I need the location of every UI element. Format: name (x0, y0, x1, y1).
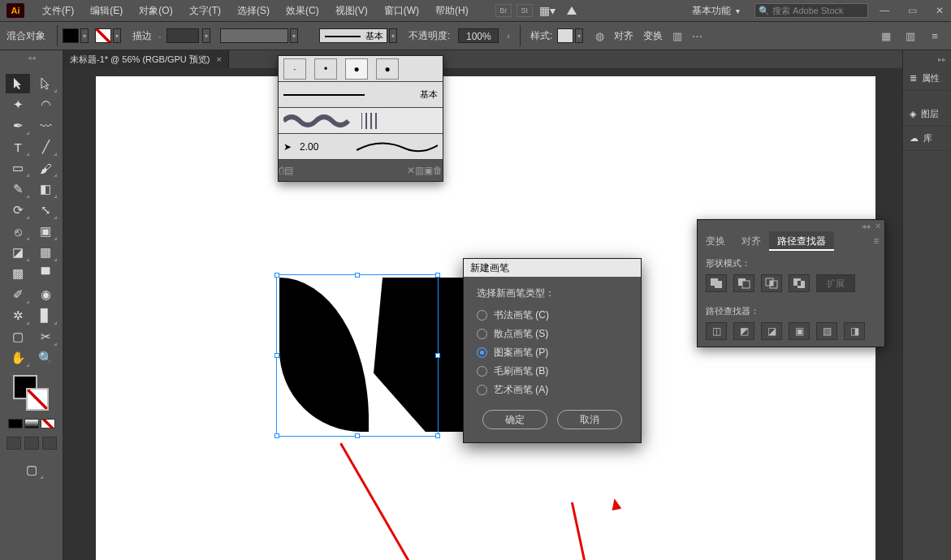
tab-align[interactable]: 对齐 (733, 231, 769, 251)
brush-thumb[interactable]: ● (345, 58, 368, 80)
paintbrush-tool[interactable]: 🖌 (33, 158, 58, 178)
artboard-tool[interactable]: ▢ (6, 327, 30, 347)
pf-minus-back-icon[interactable]: ◨ (844, 322, 865, 340)
eraser-tool[interactable]: ◧ (33, 179, 58, 199)
drawing-mode-behind[interactable] (24, 437, 39, 450)
brush-dropdown[interactable]: ▾ (389, 28, 397, 43)
panel-close-icon[interactable]: ✕ (875, 222, 881, 230)
pf-exclude-icon[interactable] (789, 274, 810, 292)
stroke-options-icon[interactable]: ▥ (415, 165, 424, 176)
close-tab-icon[interactable]: × (217, 54, 222, 64)
brush-definition[interactable]: 基本 (319, 28, 387, 43)
eyedropper-tool[interactable]: ✐ (6, 285, 30, 304)
graphic-style-dropdown[interactable]: ▾ (575, 28, 583, 43)
recolor-artwork-icon[interactable]: ◍ (592, 28, 607, 43)
radio-input[interactable] (477, 347, 487, 358)
pf-minus-front-icon[interactable] (733, 274, 754, 292)
stroke-width-dropdown[interactable]: ▾ (202, 28, 210, 43)
pf-crop-icon[interactable]: ▣ (789, 322, 810, 340)
pf-divide-icon[interactable]: ◫ (706, 322, 727, 340)
radio-scatter[interactable]: 散点画笔 (S) (477, 327, 628, 341)
direct-selection-tool[interactable] (33, 74, 58, 93)
stroke-label[interactable]: 描边 (128, 29, 157, 43)
column-graph-tool[interactable]: ▊ (33, 306, 58, 325)
free-transform-tool[interactable]: ▣ (33, 222, 58, 241)
brush-library-icon[interactable]: ⎙ (279, 165, 284, 176)
brush-lib-menu-icon[interactable]: ▤ (284, 165, 293, 176)
color-mode-gradient[interactable] (24, 419, 39, 429)
pf-intersect-icon[interactable] (761, 274, 782, 292)
stroke-swatch[interactable] (26, 388, 49, 411)
lasso-tool[interactable]: ◠ (33, 95, 58, 114)
menu-view[interactable]: 视图(V) (327, 0, 376, 21)
essentials-icon[interactable]: ▦ (879, 28, 893, 43)
brush-texture-row[interactable] (279, 108, 443, 134)
brush-thumb[interactable]: ● (376, 58, 399, 80)
shaper-tool[interactable]: ✎ (6, 179, 30, 199)
menu-edit[interactable]: 编辑(E) (82, 0, 131, 21)
panel-menu-icon[interactable]: ≡ (927, 28, 942, 43)
collapse-tools-icon[interactable]: ◂◂ (0, 54, 63, 65)
pen-tool[interactable]: ✒ (6, 116, 30, 136)
radio-input[interactable] (477, 385, 487, 395)
fill-color-swatch[interactable] (63, 28, 79, 43)
remove-stroke-icon[interactable]: ✕ (407, 165, 415, 176)
new-brush-icon[interactable]: ▣ (424, 165, 433, 176)
brush-calligraphic-row[interactable]: · • ● ● (279, 56, 443, 82)
graphic-style-swatch[interactable] (557, 28, 573, 43)
radio-calligraphic[interactable]: 书法画笔 (C) (477, 308, 628, 322)
menu-effect[interactable]: 效果(C) (278, 0, 327, 21)
screen-mode-button[interactable]: ▢ (19, 460, 44, 480)
color-mode-solid[interactable] (8, 419, 23, 429)
arrange-documents-icon[interactable]: ▦▾ (538, 2, 557, 19)
blend-tool[interactable]: ◉ (33, 285, 58, 304)
menu-select[interactable]: 选择(S) (229, 0, 278, 21)
workspace-switcher[interactable]: 基本功能▾ (685, 4, 746, 18)
menu-window[interactable]: 窗口(W) (376, 0, 427, 21)
radio-bristle[interactable]: 毛刷画笔 (B) (477, 364, 628, 378)
bridge-icon[interactable]: Br (495, 4, 512, 17)
brush-pt-row[interactable]: ➤ 2.00 (279, 134, 443, 160)
resize-handle[interactable] (355, 433, 360, 438)
window-restore-button[interactable]: ▭ (901, 3, 923, 18)
stroke-color-dropdown[interactable]: ▾ (113, 28, 121, 43)
pf-outline-icon[interactable]: ▧ (816, 322, 837, 340)
stroke-color-swatch[interactable] (95, 28, 111, 43)
menu-help[interactable]: 帮助(H) (427, 0, 477, 21)
shape-builder-tool[interactable]: ◪ (6, 243, 30, 262)
resize-handle[interactable] (435, 433, 440, 438)
snap-icon[interactable]: ▥ (903, 28, 918, 43)
drawing-mode-normal[interactable] (6, 437, 21, 450)
stock-icon[interactable]: St (517, 4, 533, 17)
line-segment-tool[interactable]: ╱ (33, 137, 58, 157)
resize-handle[interactable] (435, 353, 440, 358)
transform-link[interactable]: 变换 (638, 29, 668, 43)
resize-handle[interactable] (355, 273, 360, 278)
opacity-input[interactable]: 100% (458, 28, 499, 43)
cancel-button[interactable]: 取消 (557, 410, 622, 429)
collapse-panels-icon[interactable]: ▸▸ (903, 55, 951, 67)
zoom-tool[interactable]: 🔍 (33, 348, 58, 368)
stroke-width-input[interactable] (166, 28, 199, 43)
pf-trim-icon[interactable]: ◩ (733, 322, 754, 340)
hand-tool[interactable]: ✋ (6, 348, 30, 368)
variable-width-dropdown[interactable]: ▾ (290, 28, 298, 43)
rectangle-tool[interactable]: ▭ (6, 158, 30, 178)
resize-handle[interactable] (274, 353, 279, 358)
isolate-icon[interactable]: ▥ (670, 28, 685, 43)
gpu-preview-icon[interactable] (562, 2, 581, 19)
pf-expand-button[interactable]: 扩展 (816, 274, 855, 292)
menu-file[interactable]: 文件(F) (34, 0, 82, 21)
layers-panel-tab[interactable]: ◈图层 (903, 102, 951, 127)
libraries-panel-tab[interactable]: ☁库 (903, 127, 951, 151)
pf-merge-icon[interactable]: ◪ (761, 322, 782, 340)
brush-thumb[interactable]: • (314, 58, 337, 80)
menu-object[interactable]: 对象(O) (131, 0, 180, 21)
pf-unite-icon[interactable] (706, 274, 727, 292)
search-stock-input[interactable]: 🔍 搜索 Adobe Stock (754, 3, 868, 18)
symbol-sprayer-tool[interactable]: ✲ (6, 306, 30, 325)
radio-input[interactable] (477, 329, 487, 339)
menu-type[interactable]: 文字(T) (181, 0, 229, 21)
rotate-tool[interactable]: ⟳ (6, 200, 30, 220)
slice-tool[interactable]: ✂ (33, 327, 58, 347)
